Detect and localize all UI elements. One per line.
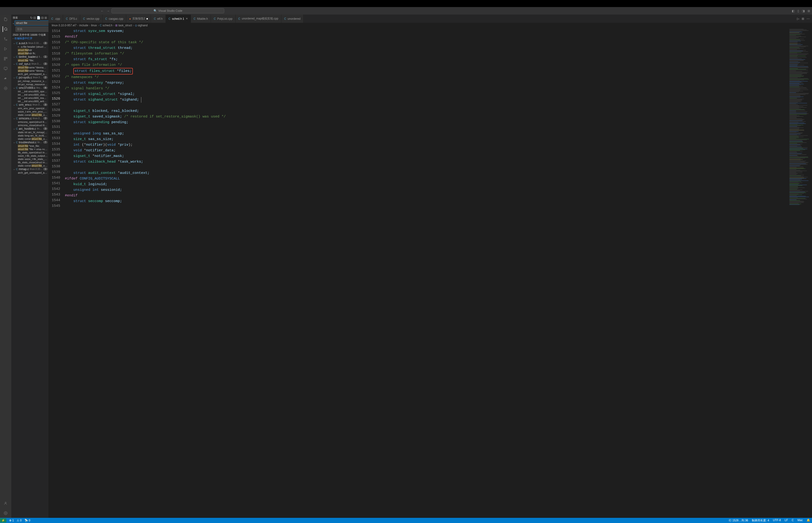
tab-size[interactable]: 制表符长度: 4 <box>752 519 769 523</box>
code-line[interactable]: struct seccomp seccomp; <box>65 199 789 204</box>
cursor-position[interactable]: 行 1526，列 36 <box>729 519 748 523</box>
code-line[interactable]: /* open file information */ <box>65 62 789 68</box>
search-result-file[interactable]: ⌄Csrm_env.c linux-3.1...3 <box>11 103 49 107</box>
search-result-file[interactable]: ⌄Ctroubleshoot.c linux...7 <box>11 141 49 144</box>
code-line[interactable]: struct signal_struct *signal; <box>65 91 789 97</box>
tab-unordered-map-----cpp[interactable]: Cunordered_map模拟实现.cpp <box>235 15 281 23</box>
search-result-line[interactable]: static const struct file_ope... <box>11 137 49 141</box>
search-result-line[interactable]: ssize_t tlb_stats_output(st... <box>11 154 49 158</box>
language-mode[interactable]: C <box>792 519 794 523</box>
layout-icon[interactable]: ⊞ <box>808 9 810 13</box>
open-in-editor-link[interactable]: 在编辑器中打开 <box>14 37 32 40</box>
search-result-line[interactable]: struct filehdr <box>11 49 49 52</box>
close-icon[interactable]: ✕ <box>186 17 188 20</box>
code-line[interactable]: struct sighand_struct *sighand; <box>65 97 789 103</box>
tab-PolyList-cpp[interactable]: CPolyList.cpp <box>211 15 235 23</box>
search-result-line[interactable]: pci_mmap_resource_spar... <box>11 79 49 83</box>
remote-indicator[interactable]: ⚡ <box>0 518 6 523</box>
code-line[interactable]: struct fs_struct *fs; <box>65 57 789 62</box>
code-line[interactable]: /* filesystem information */ <box>65 51 789 57</box>
code-line[interactable]: struct audit_context *audit_context; <box>65 170 789 176</box>
search-result-file[interactable]: ⌄Cbinfmt_loader.c lin...1 <box>11 55 49 59</box>
code-line[interactable]: struct sysv_sem sysvsem; <box>65 29 789 34</box>
breadcrumbs[interactable]: linux-3.10.0-957.el7›include›linux›C sch… <box>49 23 812 28</box>
expand-icon[interactable]: ⊞ <box>45 16 47 19</box>
search-result-file[interactable]: ⌄Carc_hostlink.c linux...3 <box>11 127 49 131</box>
split-icon[interactable]: ⊞ <box>802 17 804 20</box>
scm-icon[interactable] <box>3 36 8 42</box>
clear-icon[interactable]: ⊟ <box>33 16 36 19</box>
tab-----2[interactable]: ●实验报告2 <box>126 15 151 23</box>
extensions-icon[interactable] <box>3 56 8 61</box>
code-line[interactable] <box>65 165 789 170</box>
search-result-line[interactable]: static long arc_hl_ioctl(str... <box>11 134 49 137</box>
search-result-file[interactable]: ⌄Ca.out.h linux-3.10.0-...3 <box>11 41 49 45</box>
replace-input[interactable] <box>16 26 49 32</box>
code-line[interactable]: sigset_t saved_sigmask; /* restored if s… <box>65 114 789 120</box>
search-result-line[interactable]: int __init smcc669_write( s... <box>11 100 49 103</box>
errors-count[interactable]: ⊗ 1 <box>9 519 14 522</box>
breadcrumb-item[interactable]: ◇ sighand <box>135 24 148 27</box>
code-line[interactable]: /* CPU-specific state of this task */ <box>65 40 789 46</box>
search-result-line[interactable]: static const struct file_ope... <box>11 164 49 167</box>
search-result-line[interactable]: static ssize_t tlb_stats_cle... <box>11 158 49 161</box>
encoding[interactable]: UTF-8 <box>773 519 781 523</box>
tab-caogao-cpp[interactable]: Ccaogao.cpp <box>103 15 126 23</box>
code-line[interactable] <box>65 125 789 131</box>
breadcrumb-item[interactable]: linux <box>91 24 97 27</box>
code-line[interactable]: #endif <box>65 34 789 40</box>
search-result-file[interactable]: ⌄Cosf_sys.c linux-3.10...3 <box>11 62 49 66</box>
code-line[interactable]: struct callback_head *task_works; <box>65 159 789 165</box>
search-result-line[interactable]: int __init smcc669_read( ... <box>11 96 49 100</box>
code-line[interactable] <box>65 103 789 108</box>
search-result-line[interactable]: struct file *exe_file; <box>11 144 49 147</box>
code-line[interactable]: struct files_struct *files; <box>65 68 789 74</box>
search-result-line[interactable]: struct file *file = vma->vm... <box>11 147 49 151</box>
search-result-line[interactable]: struct filehdr fh; <box>11 52 49 55</box>
tab--cpp[interactable]: C.cpp <box>49 15 63 23</box>
panel-right-icon[interactable]: ◨ <box>802 9 805 13</box>
code-line[interactable]: struct nsproxy *nsproxy; <box>65 80 789 86</box>
command-center[interactable]: 🔍 Visual Studio Code <box>111 8 224 13</box>
code-line[interactable]: unsigned int sessionid; <box>65 187 789 193</box>
search-results-tree[interactable]: ⌄Ca.out.h linux-3.10.0-...3• - a file he… <box>11 41 49 518</box>
tab-vector-cpp[interactable]: Cvector.cpp <box>80 15 102 23</box>
tab-DFS-c[interactable]: CDFS.c <box>63 15 80 23</box>
expand-replace-icon[interactable]: ⌄ <box>12 21 15 25</box>
search-result-line[interactable]: tlb_stats_close(struct inod... <box>11 161 49 164</box>
search-result-line[interactable]: int __init smcc669_open( ... <box>11 90 49 93</box>
code-line[interactable]: void *notifier_data; <box>65 148 789 154</box>
run-icon[interactable]: ▷ <box>797 17 799 20</box>
ports-count[interactable]: 📡 0 <box>24 519 30 522</box>
search-result-line[interactable]: arch_get_unmapped_area(... <box>11 171 49 174</box>
code-line[interactable]: size_t sas_ss_size; <box>65 137 789 142</box>
search-input[interactable] <box>15 20 49 25</box>
chat-icon[interactable] <box>3 86 8 91</box>
search-result-line[interactable]: static const struct file_ope... <box>11 113 49 116</box>
panel-bottom-icon[interactable]: ▯ <box>797 9 799 13</box>
mac-indicator[interactable]: Mac <box>797 519 803 523</box>
breadcrumb-item[interactable]: include <box>79 24 88 27</box>
notifications-bell-icon[interactable]: 🔔 <box>807 519 810 523</box>
code-line[interactable]: sigset_t blocked, real_blocked; <box>65 108 789 114</box>
search-result-file[interactable]: ⌄Csmc37c669.c linux-3....4 <box>11 86 49 90</box>
search-result-line[interactable]: int pci_mmap_resource_d... <box>11 83 49 86</box>
code-line[interactable]: struct sigpending pending; <box>65 120 789 125</box>
remote-explorer-icon[interactable] <box>3 66 8 71</box>
forward-arrow-icon[interactable]: → <box>106 9 109 13</box>
search-result-line[interactable]: srmcons_close(struct tty_... <box>11 124 49 127</box>
code-line[interactable]: #ifdef CONFIG_AUDITSYSCALL <box>65 176 789 182</box>
code-line[interactable]: unsigned long sas_ss_sp; <box>65 131 789 137</box>
new-file-icon[interactable]: 📄 <box>37 16 40 19</box>
code-line[interactable]: int (*notifier)(void *priv); <box>65 142 789 148</box>
search-result-line[interactable]: ssize_t srm_env_proc_writ... <box>11 110 49 113</box>
search-result-line[interactable]: struct filename *devname; <box>11 66 49 69</box>
docker-icon[interactable] <box>3 76 8 81</box>
search-result-line[interactable]: int __init smcc669_close( ... <box>11 93 49 96</box>
more-icon[interactable]: ⋯ <box>807 17 810 20</box>
explorer-icon[interactable] <box>3 16 8 22</box>
panel-left-icon[interactable]: ◧ <box>792 9 795 13</box>
search-result-line[interactable]: struct file *file; <box>11 59 49 62</box>
tab-sched-h-1[interactable]: Csched.h 1✕ <box>166 15 191 23</box>
breadcrumb-item[interactable]: C sched.h <box>100 24 112 27</box>
